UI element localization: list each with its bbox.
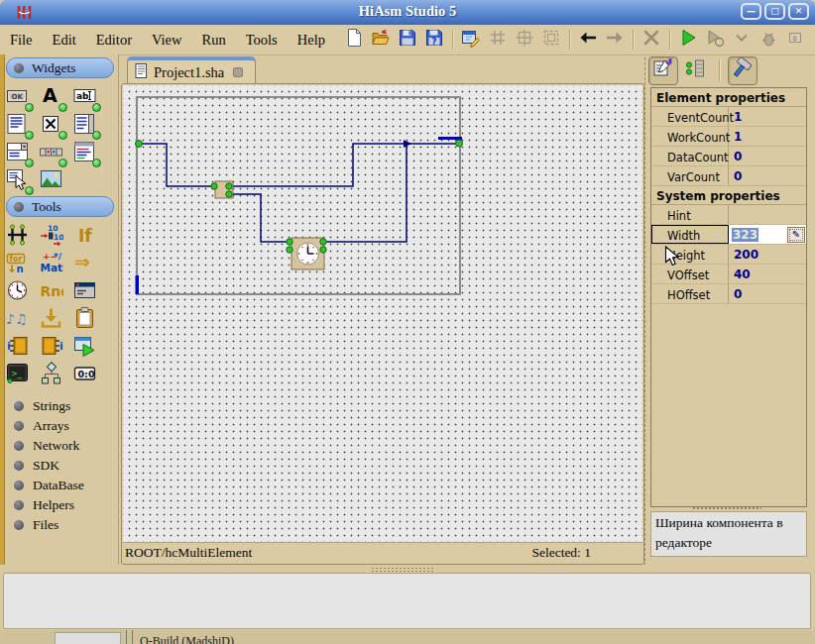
toolbar-new-file-button[interactable] [341,28,368,52]
wire-to-timer [229,194,290,242]
tab-close-button[interactable] [233,67,243,77]
component-debug-window[interactable] [73,278,98,303]
back-arrow-icon [578,28,598,52]
component-richedit[interactable] [73,140,98,164]
property-row-hoffset[interactable]: HOffset 0 [651,284,806,304]
category-database[interactable]: DataBase [6,476,116,495]
property-row-varcount[interactable]: VarCount 0 [651,166,806,186]
menu-items: FileEditEditorViewRunToolsHelp [0,28,335,53]
component-for-loop[interactable]: forn [6,251,31,275]
component-element-info-right[interactable]: i [40,334,64,359]
component-hub[interactable] [6,223,31,248]
property-row-hint[interactable]: Hint [651,205,806,225]
svg-text:10: 10 [54,233,63,242]
palette-edge-grip[interactable] [0,54,5,565]
palette-section-widgets[interactable]: Widgets [6,57,114,78]
component-sound[interactable]: ♪♫ [6,306,31,331]
category-sdk[interactable]: SDK [6,456,116,476]
menu-tools[interactable]: Tools [236,28,288,53]
component-edit-box[interactable]: ab [73,84,98,109]
component-if[interactable]: If [73,223,98,248]
menu-help[interactable]: Help [288,28,335,53]
toolbar-run-play-button[interactable] [675,28,702,52]
message-panel[interactable] [3,573,811,629]
svg-text:ab: ab [76,91,89,101]
toolbar-form-editor-button[interactable] [458,28,485,52]
component-tree[interactable] [40,362,64,386]
palette-cell: ♪♫ [6,306,40,331]
palette-cell [73,112,107,137]
minimize-button[interactable]: — [741,3,761,20]
property-value-editor[interactable]: 323 ✎ [729,225,806,244]
component-run-form[interactable] [73,334,98,359]
component-counter[interactable]: 0:0 [73,362,98,386]
property-label: Height [651,245,729,264]
category-network[interactable]: Network [6,436,116,456]
toolbar-chevron-down-big-button[interactable] [809,28,815,52]
component-checkbox[interactable] [40,112,64,137]
component-button[interactable]: OK [6,84,31,109]
menu-view[interactable]: View [142,28,192,53]
maximize-button[interactable]: □ [764,3,785,20]
palette-cell [40,362,73,386]
scheme-canvas[interactable] [123,85,642,542]
component-element-info-left[interactable]: i [6,334,31,359]
property-row-workcount[interactable]: WorkCount 1 [651,127,806,147]
component-download[interactable] [40,306,64,331]
toolbar-open-file-button[interactable] [368,28,395,52]
close-button[interactable]: ✕ [788,3,809,20]
palette-cell: If [73,223,107,248]
component-console[interactable]: >_ [6,362,31,386]
menu-run[interactable]: Run [192,28,236,53]
component-palette: Widgets OK A ab Tools 1010 If forn +−*/M… [0,54,119,565]
category-files[interactable]: Files [6,515,116,535]
work-port-marker[interactable] [136,275,140,294]
toolbar-delete-cross-button [639,28,665,52]
panel-splitter-vertical[interactable] [643,56,646,565]
category-strings[interactable]: Strings [6,396,116,416]
property-row-width[interactable]: Width 323 ✎ [651,225,806,245]
property-value: 1 [729,107,806,126]
component-memo[interactable] [6,112,31,137]
component-label-font[interactable]: A [40,84,64,109]
title-bar[interactable]: HiAsm Studio 5 —□✕ [0,0,815,26]
inspector-properties-button[interactable] [648,56,678,85]
edit-pencil-button[interactable]: ✎ [787,227,805,243]
toolbar-back-arrow-button[interactable] [575,28,602,52]
component-timer[interactable] [6,278,31,303]
property-row-datacount[interactable]: DataCount 0 [651,147,806,166]
bottom-splitter-handle[interactable] [371,567,434,572]
component-random[interactable]: Rnd [40,278,64,303]
palette-cell: +−*/Math [40,251,73,275]
component-hidden-control[interactable] [6,167,31,192]
toolbar-save-button[interactable] [395,28,421,52]
category-arrays[interactable]: Arrays [6,416,116,436]
inspector-events-button[interactable] [680,56,710,85]
component-jump[interactable]: ⇒ [73,251,98,275]
menu-editor[interactable]: Editor [86,28,142,53]
toolbar-save-as-button[interactable]: ? [421,28,448,52]
wires[interactable] [139,144,459,242]
component-converter[interactable]: 1010 [40,223,64,248]
toolbar-run-pause-button [702,28,729,52]
component-math[interactable]: +−*/Math [40,251,64,275]
category-helpers[interactable]: Helpers [6,495,116,515]
component-combobox[interactable] [6,140,31,164]
palette-section-tools[interactable]: Tools [6,196,114,217]
component-image[interactable] [40,167,64,192]
connectors[interactable] [136,140,463,253]
bottom-splitter[interactable] [0,565,815,573]
tab-project1[interactable]: Project1.sha [127,56,256,84]
description-splitter[interactable] [692,506,761,510]
menu-edit[interactable]: Edit [43,28,86,53]
chevron-down-icon [732,28,752,52]
inspector-build-hammer-button[interactable] [728,56,757,85]
component-toolbar-strip[interactable] [40,140,64,164]
toolbar-bounds-button [538,28,565,52]
component-listbox[interactable] [73,112,98,137]
bounds-icon [541,28,561,52]
menu-file[interactable]: File [0,28,43,53]
property-row-eventcount[interactable]: EventCount 1 [651,107,806,127]
component-clipboard[interactable] [73,306,98,331]
svg-text:i: i [59,340,63,353]
